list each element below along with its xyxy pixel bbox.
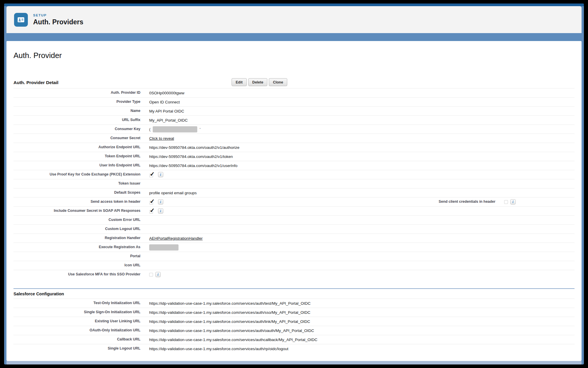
field-label: Default Scopes [13, 189, 140, 197]
info-icon[interactable]: i [158, 199, 163, 205]
page-header-title: Auth. Providers [33, 18, 83, 26]
field-label: Token Issuer [13, 180, 140, 188]
checkmark-glyph: ✓ [150, 198, 155, 205]
field-value-text: https://idp-validation-use-case-1.my.sal… [149, 338, 317, 342]
detail-row: OAuth-Only Initialization URLhttps://idp… [13, 326, 575, 335]
salesforce-configuration-table: Test-Only Initialization URLhttps://idp-… [13, 299, 575, 353]
field-value-text: https://idp-validation-use-case-1.my.sal… [149, 301, 310, 306]
field-value: ✓i [140, 170, 575, 179]
detail-row: Send access token in header✓iSend client… [13, 197, 575, 206]
detail-row: Registration HandlerAEHPortalRegistratio… [13, 234, 575, 243]
field-value [140, 219, 575, 221]
field-value-link[interactable]: Click to reveal [149, 136, 174, 141]
field-value-text: https://dev-50950784.okta.com/oauth2/v1/… [149, 154, 233, 159]
field-label: Use Proof Key for Code Exchange (PKCE) E… [13, 171, 140, 178]
field-label: OAuth-Only Initialization URL [13, 327, 140, 334]
field-label: Existing User Linking URL [13, 318, 140, 325]
main-content: Auth. Provider Auth. Provider Detail Edi… [6, 41, 582, 361]
detail-row: NameMy API Portal OIDC [13, 106, 575, 115]
field-label: Consumer Secret [13, 134, 140, 142]
field-label: Portal [13, 253, 140, 260]
field-label: Icon URL [13, 262, 140, 269]
field-value: https://dev-50950784.okta.com/oauth2/v1/… [140, 153, 575, 160]
field-label: Execute Registration As [13, 243, 140, 251]
field-label: Provider Type [13, 98, 140, 106]
field-value [140, 255, 575, 258]
field-value-text: My API Portal OIDC [149, 109, 184, 113]
bottom-blue-strip [6, 361, 582, 364]
checked-checkbox-icon: ✓ [149, 208, 156, 214]
detail-row: Auth. Provider ID0SOHp000000tgww [13, 88, 575, 97]
field-value: https://idp-validation-use-case-1.my.sal… [140, 327, 575, 334]
field-value: AEHPortalRegistrationHandler [140, 235, 575, 242]
field-value: 0SOHp000000tgww [140, 90, 575, 96]
field-value-text: Open ID Connect [149, 100, 180, 104]
info-icon[interactable]: i [158, 172, 163, 177]
detail-row: Custom Logout URL [13, 224, 575, 234]
field-value: My_API_Portal_OIDC [140, 117, 575, 124]
field-value: (' [140, 125, 575, 134]
detail-section-header: Auth. Provider Detail EditDeleteClone [13, 78, 575, 88]
setup-eyebrow: SETUP [33, 13, 83, 17]
detail-row: Consumer SecretClick to reveal [13, 134, 575, 143]
detail-row: Icon URL [13, 261, 575, 270]
field-value: https://idp-validation-use-case-1.my.sal… [140, 300, 575, 307]
detail-rows-table: Auth. Provider ID0SOHp000000tgwwProvider… [13, 88, 575, 279]
detail-row: Authorize Endpoint URLhttps://dev-509507… [13, 143, 575, 152]
detail-row-left: Send access token in header✓i [13, 197, 350, 206]
detail-row: Include Consumer Secret in SOAP API Resp… [13, 206, 575, 215]
field-label: Consumer Key [13, 125, 140, 133]
detail-row: Use Salesforce MFA for this SSO Provider… [13, 270, 575, 279]
field-value: My API Portal OIDC [140, 108, 575, 115]
salesforce-configuration-title: Salesforce Configuration [13, 289, 575, 299]
field-label: Callback URL [13, 336, 140, 343]
detail-button-group: EditDeleteClone [232, 78, 287, 86]
field-value: https://idp-validation-use-case-1.my.sal… [140, 318, 575, 325]
field-label: Single Sign-On Initialization URL [13, 309, 140, 316]
detail-section-title: Auth. Provider Detail [13, 78, 575, 85]
field-value: i [495, 198, 575, 206]
redacted-value-block [149, 244, 179, 251]
field-value: Click to reveal [140, 135, 575, 142]
clone-button[interactable]: Clone [269, 78, 287, 86]
field-label: Name [13, 107, 140, 115]
detail-row: Single Logout URLhttps://idp-validation-… [13, 344, 575, 353]
contact-card-icon [17, 16, 25, 24]
detail-row: Token Issuer [13, 179, 575, 188]
checked-checkbox-icon: ✓ [149, 171, 156, 178]
edit-button[interactable]: Edit [232, 78, 247, 86]
detail-row: URL SuffixMy_API_Portal_OIDC [13, 115, 575, 125]
field-label: Use Salesforce MFA for this SSO Provider [13, 271, 140, 278]
header-text: SETUP Auth. Providers [33, 13, 83, 26]
detail-row: Execute Registration As [13, 243, 575, 252]
redacted-text-edge: ' [200, 127, 200, 132]
info-icon[interactable]: i [158, 208, 163, 214]
setup-canvas: SETUP Auth. Providers Auth. Provider Aut… [4, 4, 584, 364]
field-label: Registration Handler [13, 234, 140, 242]
setup-header-card: SETUP Auth. Providers [6, 6, 582, 33]
redacted-text-edge: ( [149, 127, 150, 132]
field-label: Include Consumer Secret in SOAP API Resp… [13, 207, 140, 215]
field-value-text: https://idp-validation-use-case-1.my.sal… [149, 328, 314, 333]
field-value: https://idp-validation-use-case-1.my.sal… [140, 309, 575, 316]
delete-button[interactable]: Delete [248, 78, 268, 86]
field-label: Single Logout URL [13, 345, 140, 352]
info-icon[interactable]: i [155, 272, 161, 277]
field-value: ✓i [140, 197, 350, 206]
field-value [140, 228, 575, 230]
info-icon[interactable]: i [510, 199, 516, 205]
redacted-value-block [153, 126, 197, 132]
field-value-text: 0SOHp000000tgww [149, 91, 184, 95]
field-value: https://dev-50950784.okta.com/oauth2/v1/… [140, 162, 575, 169]
field-value-text: https://dev-50950784.okta.com/oauth2/v1/… [149, 145, 239, 150]
page-title: Auth. Provider [13, 41, 575, 60]
field-value-link[interactable]: AEHPortalRegistrationHandler [149, 236, 203, 241]
field-label: Custom Error URL [13, 216, 140, 224]
detail-row: Token Endpoint URLhttps://dev-50950784.o… [13, 152, 575, 161]
field-value-text: https://dev-50950784.okta.com/oauth2/v1/… [149, 163, 237, 168]
checked-checkbox-icon: ✓ [149, 199, 156, 205]
field-value [140, 264, 575, 267]
auth-providers-icon [14, 13, 28, 27]
top-navy-bar [4, 4, 584, 6]
field-label: Send client credentials in header [350, 198, 495, 206]
